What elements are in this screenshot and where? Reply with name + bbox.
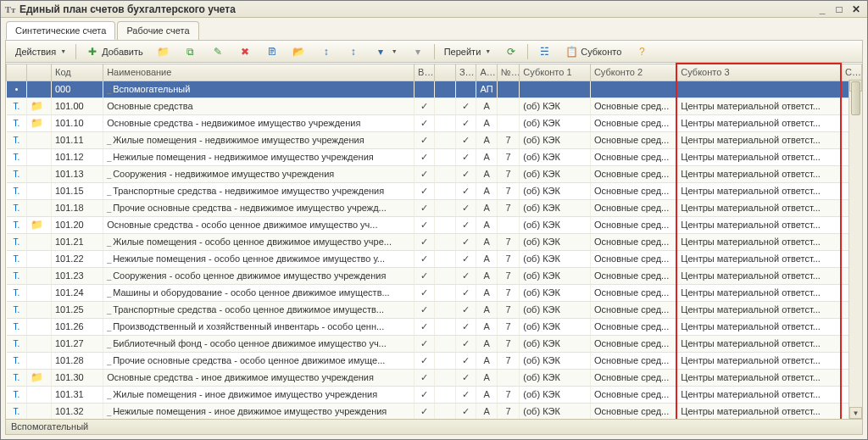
table-row[interactable]: Т.101.21⎯Жилые помещения - особо ценное … — [7, 233, 862, 250]
col-sub2[interactable]: Субконто 2 — [590, 64, 676, 81]
col-c[interactable]: С... — [841, 64, 862, 81]
table-row[interactable]: Т.101.15⎯Транспортные средства - недвижи… — [7, 182, 862, 199]
tab-working[interactable]: Рабочие счета — [117, 21, 198, 40]
row-type-icon: Т. — [7, 165, 27, 182]
sub3-cell: Центры материальной ответст... — [676, 301, 841, 318]
v-cell: ✓ — [415, 335, 435, 352]
col-sub1[interactable]: Субконто 1 — [520, 64, 591, 81]
table-row[interactable]: Т.📁101.30Основные средства - иное движим… — [7, 369, 862, 386]
col-folder[interactable] — [27, 64, 52, 81]
maximize-button[interactable]: □ — [832, 3, 847, 15]
minimize-button[interactable]: _ — [815, 3, 830, 15]
a-cell: А — [476, 318, 497, 335]
v-cell: ✓ — [415, 199, 435, 216]
sub3-cell: Центры материальной ответст... — [676, 182, 841, 199]
sub2-cell: Основные сред... — [590, 182, 676, 199]
col-code[interactable]: Код — [51, 64, 103, 81]
add-group-button[interactable]: 📁 — [151, 43, 176, 60]
sub1-cell: (об) КЭК — [520, 318, 591, 335]
folder-cell — [27, 165, 52, 182]
table-row[interactable]: Т.101.12⎯Нежилые помещения - недвижимое … — [7, 148, 862, 165]
table-row[interactable]: Т.101.13⎯Сооружения - недвижимое имущест… — [7, 165, 862, 182]
move-button[interactable]: 📂 — [287, 43, 312, 60]
table-row[interactable]: Т.101.28⎯Прочие основные средства - особ… — [7, 352, 862, 369]
table-row[interactable]: Т.101.22⎯Нежилые помещения - особо ценно… — [7, 250, 862, 267]
actions-menu[interactable]: Действия▼ — [9, 43, 72, 60]
sort-desc-icon: ↕ — [347, 45, 360, 58]
copy-icon: ⧉ — [184, 45, 198, 58]
sub1-cell: (об) КЭК — [520, 250, 591, 267]
table-row[interactable]: Т.101.24⎯Машины и оборудование - особо ц… — [7, 284, 862, 301]
tabs: Синтетические счета Рабочие счета — [1, 18, 867, 40]
col-z[interactable]: З... — [455, 64, 476, 81]
a-cell: А — [476, 199, 497, 216]
n-cell — [497, 216, 519, 233]
empty-cell — [435, 114, 455, 131]
folder-cell — [27, 182, 52, 199]
add-button[interactable]: ✚Добавить — [80, 43, 149, 60]
help-button[interactable]: ? — [629, 43, 654, 60]
name-cell: Основные средства - недвижимое имущество… — [103, 114, 415, 131]
n-cell: 7 — [497, 165, 519, 182]
funnel-clear-icon: ▾ — [411, 45, 425, 58]
vertical-scrollbar[interactable]: ▲ ▼ — [849, 80, 862, 419]
sort-asc-button[interactable]: ↕ — [314, 43, 339, 60]
close-button[interactable]: ✕ — [849, 3, 864, 15]
table-row[interactable]: Т.101.26⎯Производственный и хозяйственны… — [7, 318, 862, 335]
a-cell: А — [476, 369, 497, 386]
v-cell: ✓ — [415, 233, 435, 250]
table-row[interactable]: Т.📁101.10Основные средства - недвижимое … — [7, 114, 862, 131]
sub2-cell — [590, 81, 676, 97]
table-row[interactable]: Т.📁101.20Основные средства - особо ценно… — [7, 216, 862, 233]
clear-filter-button[interactable]: ▾ — [405, 43, 431, 60]
sort-desc-button[interactable]: ↕ — [341, 43, 366, 60]
table-row[interactable]: Т.101.18⎯Прочие основные средства - недв… — [7, 199, 862, 216]
scroll-thumb[interactable] — [851, 81, 860, 115]
journal-button[interactable]: ☵ — [531, 43, 557, 60]
table-row[interactable]: Т.101.27⎯Библиотечный фонд - особо ценно… — [7, 335, 862, 352]
n-cell: 7 — [497, 284, 519, 301]
sub1-cell: (об) КЭК — [520, 165, 591, 182]
n-cell: 7 — [497, 250, 519, 267]
chevron-down-icon: ▼ — [60, 48, 66, 54]
table-row[interactable]: Т.101.23⎯Сооружения - особо ценное движи… — [7, 267, 862, 284]
table-row[interactable]: Т.101.25⎯Транспортные средства - особо ц… — [7, 301, 862, 318]
edit-button[interactable]: ✎ — [205, 43, 231, 60]
sub3-cell: Центры материальной ответст... — [676, 233, 841, 250]
hierarchy-button[interactable]: 🖹 — [259, 43, 285, 60]
subaccount-button[interactable]: 📋Субконто — [559, 43, 627, 60]
table-row[interactable]: Т.101.11⎯Жилые помещения - недвижимое им… — [7, 131, 862, 148]
n-cell: 7 — [497, 233, 519, 250]
copy-button[interactable]: ⧉ — [178, 43, 203, 60]
v-cell: ✓ — [415, 97, 435, 114]
table-row[interactable]: Т.101.32⎯Нежилые помещения - иное движим… — [7, 403, 862, 419]
filter-button[interactable]: ▾▼ — [368, 43, 403, 60]
table-row[interactable]: •000⎯ВспомогательныйАП — [7, 81, 862, 97]
name-cell: ⎯Библиотечный фонд - особо ценное движим… — [103, 335, 415, 352]
goto-menu[interactable]: Перейти▼ — [438, 43, 498, 60]
sub1-cell: (об) КЭК — [520, 352, 591, 369]
delete-button[interactable]: ✖ — [232, 43, 258, 60]
row-type-icon: Т. — [7, 318, 27, 335]
col-idx[interactable] — [7, 64, 27, 81]
row-type-icon: Т. — [7, 233, 27, 250]
sub3-cell: Центры материальной ответст... — [676, 199, 841, 216]
col-n[interactable]: №... — [497, 64, 519, 81]
n-cell: 7 — [497, 267, 519, 284]
code-cell: 101.30 — [51, 369, 103, 386]
name-cell: Основные средства - особо ценное движимо… — [103, 216, 415, 233]
folder-cell — [27, 386, 52, 403]
col-a[interactable]: А... — [476, 64, 497, 81]
col-sub3[interactable]: Субконто 3 — [676, 64, 841, 81]
empty-cell — [435, 199, 455, 216]
sub1-cell: (об) КЭК — [520, 199, 591, 216]
col-name[interactable]: Наименование — [103, 64, 415, 81]
col-empty[interactable] — [435, 64, 455, 81]
col-v[interactable]: В... — [415, 64, 435, 81]
table-row[interactable]: Т.📁101.00Основные средства✓✓А(об) КЭКОсн… — [7, 97, 862, 114]
tab-synthetic[interactable]: Синтетические счета — [6, 21, 115, 40]
table-row[interactable]: Т.101.31⎯Жилые помещения - иное движимое… — [7, 386, 862, 403]
scroll-down-icon[interactable]: ▼ — [849, 407, 862, 419]
a-cell: А — [476, 148, 497, 165]
refresh-button[interactable]: ⟳ — [498, 43, 524, 60]
